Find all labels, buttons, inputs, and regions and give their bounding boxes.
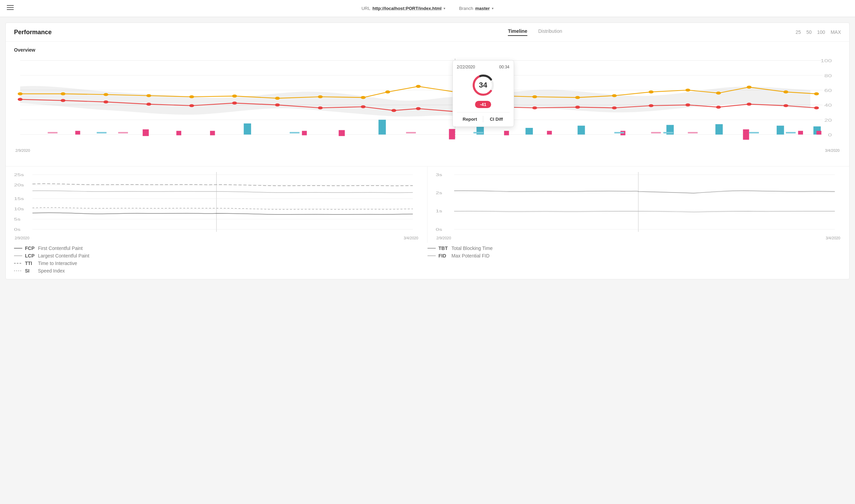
svg-point-41 — [146, 103, 151, 106]
fid-abbr: FID — [438, 253, 449, 258]
svg-point-34 — [716, 92, 721, 95]
x-end-label: 3/4/2020 — [825, 148, 840, 152]
url-control: URL http://localhost:PORT/index.html ▾ — [361, 6, 445, 11]
diff-badge: -41 — [457, 101, 510, 108]
report-button[interactable]: Report — [457, 116, 484, 122]
svg-text:60: 60 — [824, 88, 832, 93]
tabs: Timeline Distribution — [275, 28, 795, 36]
tti-line-icon — [14, 263, 22, 264]
svg-rect-80 — [798, 131, 803, 135]
legend-tbt: TBT Total Blocking Time — [428, 246, 841, 251]
count-25[interactable]: 25 — [795, 29, 801, 35]
svg-rect-82 — [48, 132, 58, 133]
fcp-line-icon — [14, 248, 22, 249]
legend-fcp: FCP First Contentful Paint — [14, 246, 428, 251]
sub-x-start-left: 2/9/2020 — [15, 236, 29, 240]
svg-text:0s: 0s — [14, 228, 21, 231]
svg-point-51 — [532, 106, 537, 109]
svg-point-39 — [61, 99, 65, 102]
tab-timeline[interactable]: Timeline — [508, 28, 527, 36]
tab-distribution[interactable]: Distribution — [538, 28, 562, 36]
svg-point-18 — [104, 93, 108, 96]
svg-text:15s: 15s — [14, 197, 24, 201]
score-number: 34 — [479, 81, 487, 90]
svg-point-47 — [391, 109, 396, 112]
fid-line-icon — [428, 255, 436, 256]
ci-diff-button[interactable]: CI Diff — [483, 116, 510, 122]
url-value[interactable]: http://localhost:PORT/index.html — [372, 6, 442, 11]
sub-x-labels-left: 2/9/2020 3/4/2020 — [14, 236, 419, 240]
svg-rect-2 — [7, 9, 14, 10]
svg-text:20s: 20s — [14, 183, 24, 187]
legend-si: SI Speed Index — [14, 268, 428, 274]
svg-rect-70 — [143, 129, 149, 136]
tooltip-actions: Report CI Diff — [457, 112, 510, 122]
svg-rect-75 — [449, 129, 455, 139]
svg-point-45 — [318, 106, 323, 109]
si-abbr: SI — [25, 268, 35, 274]
svg-point-19 — [146, 94, 151, 97]
svg-point-22 — [275, 97, 280, 100]
svg-text:0: 0 — [828, 133, 832, 137]
overview-title: Overview — [14, 47, 841, 53]
svg-rect-91 — [663, 132, 673, 133]
svg-rect-83 — [118, 132, 128, 133]
lcp-desc: Largest Contentful Paint — [38, 253, 89, 258]
hamburger-menu-icon[interactable] — [7, 4, 14, 13]
performance-card: Performance Timeline Distribution 25 50 … — [5, 23, 850, 279]
svg-point-54 — [649, 104, 654, 107]
svg-point-43 — [232, 102, 237, 105]
svg-text:2s: 2s — [436, 191, 442, 195]
svg-rect-81 — [816, 131, 821, 135]
sub-x-start-right: 2/9/2020 — [436, 236, 451, 240]
svg-point-59 — [814, 106, 819, 109]
svg-text:1s: 1s — [436, 209, 442, 213]
svg-point-30 — [575, 96, 580, 99]
url-dropdown-icon[interactable]: ▾ — [444, 6, 445, 10]
svg-text:20: 20 — [824, 118, 832, 122]
svg-point-26 — [416, 85, 421, 88]
legend-fid: FID Max Potential FID — [428, 253, 841, 258]
count-100[interactable]: 100 — [817, 29, 825, 35]
svg-point-40 — [104, 101, 108, 104]
sub-charts: 25s 20s 15s 10s 5s 0s — [6, 166, 849, 243]
card-body: Overview 100 80 60 40 20 0 — [6, 42, 849, 163]
svg-rect-69 — [75, 131, 80, 135]
svg-point-48 — [416, 107, 421, 110]
svg-point-46 — [361, 105, 366, 108]
score-container: 34 — [457, 73, 510, 97]
svg-rect-88 — [290, 132, 300, 133]
svg-rect-79 — [743, 129, 749, 140]
svg-text:0s: 0s — [436, 228, 442, 231]
svg-text:10s: 10s — [14, 207, 24, 211]
sub-x-labels-right: 2/9/2020 3/4/2020 — [436, 236, 841, 240]
x-axis-labels: 2/9/2020 3/4/2020 — [14, 148, 841, 152]
svg-point-36 — [784, 91, 788, 94]
si-desc: Speed Index — [38, 268, 65, 274]
tti-desc: Time to Interactive — [38, 261, 77, 266]
url-label: URL — [361, 6, 370, 11]
sub-chart-left-svg: 25s 20s 15s 10s 5s 0s — [14, 172, 419, 234]
top-controls: URL http://localhost:PORT/index.html ▾ B… — [361, 6, 494, 11]
svg-rect-92 — [749, 132, 759, 133]
branch-value[interactable]: master — [475, 6, 490, 11]
legend-lcp: LCP Largest Contentful Paint — [14, 253, 428, 258]
svg-rect-67 — [777, 126, 784, 135]
tooltip-header: 2/22/2020 00:34 — [457, 65, 510, 69]
svg-point-24 — [361, 96, 366, 99]
diff-value: -41 — [475, 101, 491, 108]
x-start-label: 2/9/2020 — [15, 148, 30, 152]
branch-dropdown-icon[interactable]: ▾ — [492, 6, 494, 10]
tooltip-time: 00:34 — [499, 65, 510, 69]
fcp-desc: First Contentful Paint — [38, 246, 83, 251]
overview-chart-svg: 100 80 60 40 20 0 — [14, 57, 841, 146]
sub-chart-right: 3s 2s 1s 0s 2/9/2020 3/4/2020 — [428, 167, 849, 243]
count-50[interactable]: 50 — [806, 29, 812, 35]
svg-text:80: 80 — [824, 74, 832, 78]
card-title: Performance — [14, 29, 275, 36]
branch-control: Branch master ▾ — [459, 6, 494, 11]
fid-desc: Max Potential FID — [451, 253, 489, 258]
count-max[interactable]: MAX — [831, 29, 841, 35]
svg-point-57 — [747, 103, 751, 106]
svg-rect-1 — [7, 7, 14, 8]
